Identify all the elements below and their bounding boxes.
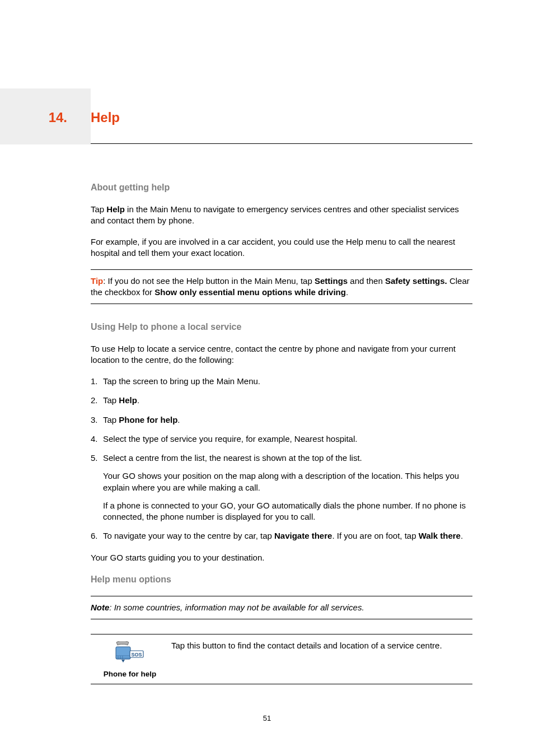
section-heading-using: Using Help to phone a local service — [91, 321, 472, 333]
paragraph: To use Help to locate a service centre, … — [91, 343, 472, 366]
bold-text: Help — [106, 204, 125, 214]
text: Tap — [103, 415, 119, 424]
bold-text: Walk there — [419, 531, 461, 540]
paragraph: Your GO shows your position on the map a… — [103, 470, 472, 493]
phone-for-help-icon: SOS — [113, 641, 147, 666]
list-item: 5.Select a centre from the list, the nea… — [91, 452, 472, 522]
text: : In some countries, information may not… — [109, 603, 364, 612]
text: Tap — [103, 395, 119, 405]
page-number: 51 — [0, 714, 534, 722]
tip-box: Tip: If you do not see the Help button i… — [91, 269, 472, 305]
paragraph: Your GO starts guiding you to your desti… — [91, 552, 472, 563]
text: . — [177, 415, 180, 424]
text: To navigate your way to the centre by ca… — [103, 531, 274, 540]
list-item: 6.To navigate your way to the centre by … — [91, 530, 472, 542]
text: . — [461, 531, 463, 540]
bold-text: Safety settings. — [385, 276, 447, 286]
bold-text: Navigate there — [274, 531, 332, 540]
text: Select the type of service you require, … — [103, 434, 357, 444]
text: : If you do not see the Help button in t… — [103, 276, 315, 286]
text: Select a centre from the list, the neare… — [103, 453, 362, 463]
list-item: 2.Tap Help. — [91, 395, 472, 406]
text: . — [346, 287, 348, 297]
text: Tap the screen to bring up the Main Menu… — [103, 376, 260, 386]
section-heading-options: Help menu options — [91, 573, 472, 586]
bold-text: Show only essential menu options while d… — [154, 287, 346, 297]
list-item: 3.Tap Phone for help. — [91, 414, 472, 426]
text: . — [137, 395, 139, 405]
option-description: Tap this button to find the contact deta… — [169, 640, 472, 651]
svg-text:SOS: SOS — [131, 651, 142, 657]
section-heading-about: About getting help — [91, 181, 472, 194]
option-icon-cell: SOS Phone for help — [91, 640, 169, 679]
note-label: Note — [91, 603, 109, 612]
bold-text: Phone for help — [119, 415, 177, 424]
bold-text: Settings — [315, 276, 348, 286]
chapter-rule — [91, 143, 472, 144]
paragraph: If a phone is connected to your GO, your… — [103, 500, 472, 523]
text: Tap — [91, 204, 106, 214]
note-box: Note: In some countries, information may… — [91, 596, 472, 619]
paragraph: Tap Help in the Main Menu to navigate to… — [91, 204, 472, 227]
tip-label: Tip — [91, 276, 103, 286]
text: and then — [348, 276, 385, 286]
page-content: About getting help Tap Help in the Main … — [91, 181, 472, 684]
option-label: Phone for help — [104, 669, 157, 679]
text: . If you are on foot, tap — [332, 531, 418, 540]
chapter-number: 14. — [0, 110, 67, 125]
chapter-title: Help — [91, 110, 120, 125]
list-item: 4.Select the type of service you require… — [91, 433, 472, 445]
bold-text: Help — [119, 395, 137, 405]
steps-list: 1.Tap the screen to bring up the Main Me… — [91, 376, 472, 542]
list-item: 1.Tap the screen to bring up the Main Me… — [91, 376, 472, 387]
text: in the Main Menu to navigate to emergenc… — [91, 204, 459, 225]
paragraph: For example, if you are involved in a ca… — [91, 236, 472, 259]
help-option-phone-for-help: SOS Phone for help Tap this button to fi… — [91, 634, 472, 684]
